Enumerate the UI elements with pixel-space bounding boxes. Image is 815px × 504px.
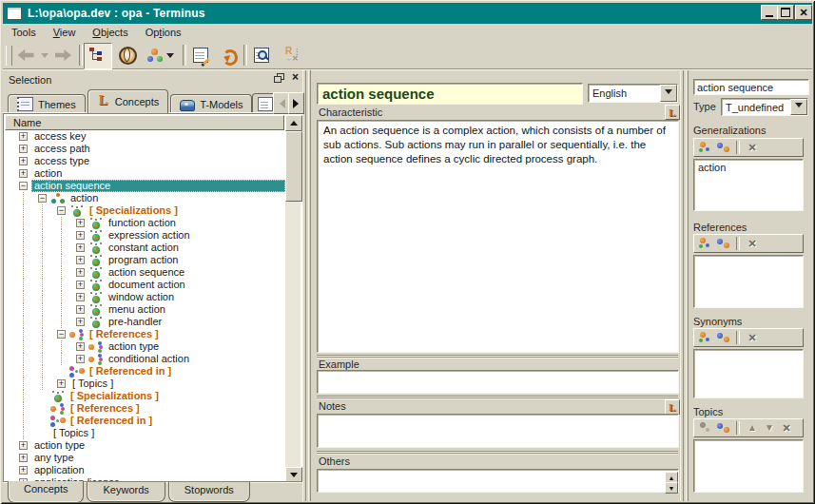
find-object-button[interactable] [249, 45, 274, 66]
back-history-dropdown[interactable] [39, 45, 50, 66]
tab-scroll-left-button[interactable] [273, 92, 289, 114]
tree-expander[interactable]: + [76, 231, 85, 240]
tab-themes[interactable]: Themes [8, 94, 86, 113]
tree-expander[interactable]: + [76, 219, 85, 227]
column-header-name[interactable]: Name [5, 115, 284, 130]
delete-icon[interactable]: ✕ [744, 141, 761, 154]
tree-scrollbar[interactable] [285, 115, 301, 481]
menu-options[interactable]: Options [137, 25, 190, 40]
tree-expander[interactable]: + [76, 305, 85, 314]
tab-t-models[interactable]: T-Models [170, 94, 252, 113]
tree-expander[interactable]: + [76, 268, 85, 277]
delete-icon[interactable]: ✕ [744, 237, 761, 250]
title-bar[interactable]: L:\opa\opa.dev : opa - Terminus [3, 3, 812, 24]
tree-expander[interactable]: + [76, 293, 85, 301]
concept-name-field[interactable]: action sequence [693, 79, 809, 95]
language-combobox[interactable]: English [588, 84, 678, 103]
tree-expander[interactable]: − [57, 206, 66, 215]
language-dropdown-button[interactable] [660, 85, 677, 102]
tree-item[interactable]: +action type [5, 439, 285, 452]
tree-item[interactable]: −action sequence [5, 180, 285, 192]
maximize-button[interactable] [777, 5, 794, 20]
tree-expander[interactable]: + [19, 145, 28, 153]
tree-expander[interactable]: + [76, 355, 85, 363]
refresh-relations-button[interactable]: R⋮→✕ [278, 45, 306, 66]
tree-item[interactable]: +action type [5, 340, 285, 353]
scrollbar-thumb[interactable] [285, 131, 302, 202]
back-button[interactable] [13, 45, 38, 66]
tree-item[interactable]: +[ Specializations ] [5, 390, 285, 402]
new-concept-icon[interactable] [715, 141, 732, 154]
tree-item[interactable]: +any type [5, 452, 285, 464]
tree-expander[interactable]: + [19, 169, 28, 178]
tree-expander[interactable]: − [19, 182, 28, 190]
add-generalization-icon[interactable] [698, 141, 715, 154]
tree-item[interactable]: +[ Topics ] [5, 427, 285, 439]
tree-item[interactable]: +[ Referenced in ] [5, 365, 285, 378]
tree-expander[interactable]: + [19, 157, 28, 165]
bottom-tab-keywords[interactable]: Keywords [87, 482, 165, 502]
new-topic-icon[interactable] [715, 421, 732, 435]
tree-expander[interactable]: + [76, 256, 85, 264]
tree-item[interactable]: +access key [5, 130, 285, 143]
relations-button[interactable] [144, 45, 178, 66]
example-textarea[interactable] [317, 370, 679, 394]
synonyms-list[interactable] [693, 349, 804, 398]
overview-button[interactable] [115, 45, 140, 66]
tree-expander[interactable]: + [19, 132, 28, 141]
section-splitter[interactable] [317, 396, 678, 400]
section-splitter[interactable] [317, 451, 678, 456]
tree-item[interactable]: −[ References ] [5, 328, 285, 340]
tree-item[interactable]: +application [5, 464, 285, 476]
splitter-right[interactable] [680, 70, 689, 501]
delete-icon[interactable]: ✕ [778, 421, 795, 435]
type-dropdown-button[interactable] [790, 99, 807, 115]
tree-expander[interactable]: + [19, 441, 28, 450]
tree-item[interactable]: −[ Specializations ] [5, 204, 285, 217]
tree-expander[interactable]: + [19, 454, 28, 462]
tree-expander[interactable]: − [57, 330, 66, 339]
delete-icon[interactable]: ✕ [744, 331, 761, 344]
others-scroll-down-button[interactable]: ▼ [665, 482, 678, 494]
close-button[interactable]: ✕ [795, 5, 812, 20]
tree-item[interactable]: +action [5, 167, 285, 180]
add-synonym-icon[interactable] [698, 331, 715, 344]
tree-item[interactable]: +constant action [5, 242, 285, 254]
tree-item[interactable]: +expression action [5, 229, 285, 242]
section-splitter[interactable] [317, 355, 678, 359]
add-topic-icon[interactable] [698, 421, 715, 435]
tree-expander[interactable]: + [76, 243, 85, 252]
tree-item[interactable]: +[ References ] [5, 402, 285, 415]
toolbar-handle[interactable] [6, 46, 12, 66]
tree-item[interactable]: +access path [5, 143, 285, 155]
new-term-icon[interactable] [715, 331, 732, 344]
tree-item[interactable]: +program action [5, 254, 285, 266]
term-title-field[interactable]: action sequence [317, 83, 583, 105]
tab-concepts[interactable]: Concepts [87, 89, 168, 113]
topics-list[interactable] [693, 439, 804, 493]
tab-scroll-right-button[interactable] [288, 92, 304, 114]
revert-button[interactable] [215, 45, 240, 66]
tree-item[interactable]: −action [5, 192, 285, 204]
tree-item[interactable]: +menu action [5, 303, 285, 316]
tree-item[interactable]: +[ Topics ] [5, 378, 285, 390]
menu-view[interactable]: View [45, 25, 85, 40]
generalizations-list[interactable]: action [693, 159, 804, 211]
tree-item[interactable]: +pre-handler [5, 316, 285, 328]
tree-item[interactable]: +action sequence [5, 266, 285, 279]
tree-item[interactable]: +window action [5, 291, 285, 303]
menu-tools[interactable]: Tools [3, 25, 45, 40]
bottom-tab-concepts[interactable]: Concepts [8, 481, 84, 503]
characteristic-textarea[interactable]: An action sequence is a complex action, … [317, 120, 679, 353]
edit-object-button[interactable] [188, 45, 213, 66]
dock-close-button[interactable]: × [289, 71, 301, 85]
tree-view-toggle-button[interactable] [84, 43, 112, 69]
minimize-button[interactable] [761, 5, 778, 20]
notes-textarea[interactable] [317, 414, 679, 448]
tree-expander[interactable]: + [76, 318, 85, 326]
tree-expander[interactable]: + [76, 342, 85, 351]
references-list[interactable] [693, 255, 804, 308]
tree-expander[interactable]: + [57, 379, 66, 388]
float-dock-button[interactable] [273, 72, 285, 85]
forward-button[interactable] [50, 45, 75, 66]
